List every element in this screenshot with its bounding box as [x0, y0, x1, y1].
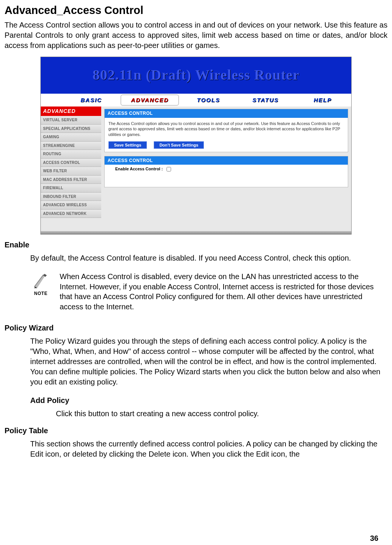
- section-add-policy-label: Add Policy: [30, 395, 387, 406]
- screenshot-footer-bar: [41, 231, 351, 234]
- note-icon: NOTE: [30, 272, 51, 296]
- tab-help[interactable]: HELP: [294, 94, 351, 107]
- note-caption: NOTE: [30, 290, 51, 296]
- page-number: 36: [370, 533, 378, 543]
- section-enable-body: By default, the Access Control feature i…: [30, 253, 387, 263]
- tab-status[interactable]: STATUS: [237, 94, 294, 107]
- sidebar-item-advanced-network[interactable]: ADVANCED NETWORK: [41, 210, 101, 218]
- sidebar-heading: ADVANCED: [41, 107, 101, 116]
- router-admin-screenshot: 802.11n (Draft) Wireless Router BASIC AD…: [40, 57, 352, 235]
- sidebar-item-advanced-wireless[interactable]: ADVANCED WIRELESS: [41, 201, 101, 210]
- panel-description: The Access Control option allows you to …: [108, 121, 344, 138]
- top-nav-tabs: BASIC ADVANCED TOOLS STATUS HELP: [41, 94, 351, 107]
- sidebar-item-gaming[interactable]: GAMING: [41, 133, 101, 142]
- save-settings-button[interactable]: Save Settings: [108, 141, 147, 149]
- note-text: When Access Control is disabled, every d…: [60, 272, 387, 312]
- sidebar-item-special-applications[interactable]: SPECIAL APPLICATIONS: [41, 125, 101, 133]
- dont-save-settings-button[interactable]: Don't Save Settings: [154, 141, 204, 149]
- section-policy-table-label: Policy Table: [5, 426, 387, 436]
- sidebar-item-mac-address-filter[interactable]: MAC ADDRESS FILTER: [41, 176, 101, 184]
- section-policy-table-body: This section shows the currently defined…: [30, 439, 387, 459]
- sidebar-item-virtual-server[interactable]: VIRTUAL SERVER: [41, 116, 101, 125]
- section-add-policy-body: Click this button to start creating a ne…: [56, 409, 387, 419]
- section-enable-label: Enable: [5, 240, 387, 250]
- sidebar-item-access-control[interactable]: ACCESS CONTROL: [41, 159, 101, 167]
- tab-basic[interactable]: BASIC: [63, 94, 120, 107]
- tab-advanced[interactable]: ADVANCED: [120, 94, 179, 106]
- sidebar-item-web-filter[interactable]: WEB FILTER: [41, 167, 101, 176]
- sidebar-item-inbound-filter[interactable]: INBOUND FILTER: [41, 193, 101, 201]
- section-policy-wizard-label: Policy Wizard: [5, 323, 387, 333]
- tab-tools[interactable]: TOOLS: [180, 94, 237, 107]
- note-block: NOTE When Access Control is disabled, ev…: [30, 272, 387, 312]
- panel-heading: ACCESS CONTROL: [105, 109, 348, 117]
- panel-access-control-enable: ACCESS CONTROL Enable Access Control :: [104, 156, 348, 187]
- panel-heading: ACCESS CONTROL: [105, 156, 348, 165]
- section-policy-wizard-body: The Policy Wizard guides you through the…: [30, 336, 387, 387]
- enable-access-control-checkbox[interactable]: [167, 167, 171, 171]
- panel-access-control-info: ACCESS CONTROL The Access Control option…: [104, 109, 348, 152]
- router-banner: 802.11n (Draft) Wireless Router: [41, 57, 351, 94]
- enable-access-control-label: Enable Access Control :: [115, 166, 163, 172]
- sidebar-item-streamengine[interactable]: STREAMENGINE: [41, 142, 101, 150]
- sidebar: ADVANCED VIRTUAL SERVER SPECIAL APPLICAT…: [41, 107, 101, 231]
- sidebar-item-routing[interactable]: ROUTING: [41, 150, 101, 159]
- sidebar-item-firewall[interactable]: FIREWALL: [41, 184, 101, 193]
- page-title: Advanced_Access Control: [5, 3, 387, 18]
- intro-paragraph: The Access Control section allows you to…: [5, 20, 387, 51]
